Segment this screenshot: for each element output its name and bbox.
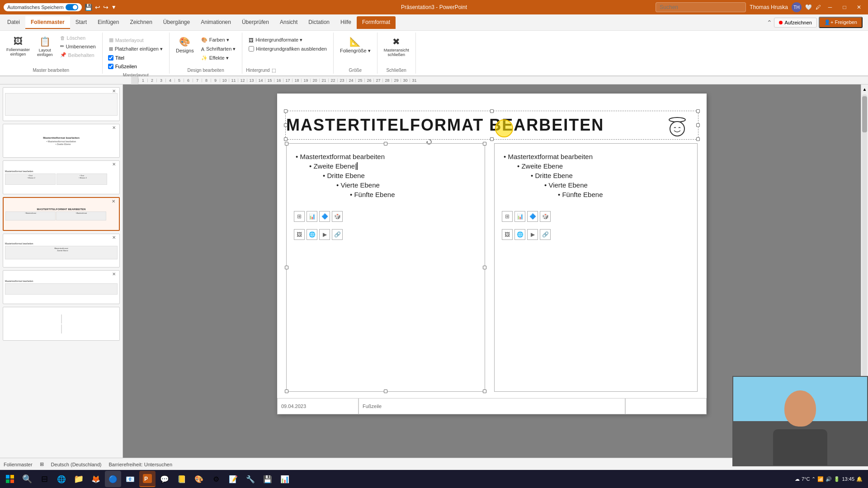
maximize-btn[interactable]: □ <box>839 2 850 13</box>
system-tray[interactable]: ⌃ <box>811 476 816 482</box>
heart-icon[interactable]: 🤍 <box>805 4 812 10</box>
slide-close-3[interactable]: ✕ <box>112 162 118 168</box>
more-tools-icon[interactable]: ▼ <box>111 4 117 10</box>
tab-start[interactable]: Start <box>70 16 92 29</box>
tab-folienmaster[interactable]: Folienmaster <box>25 16 70 29</box>
left-handle-br[interactable] <box>483 389 486 393</box>
hintergrund-expand-icon[interactable]: ⬚ <box>272 68 276 73</box>
tab-ansicht[interactable]: Ansicht <box>274 16 303 29</box>
right-link-icon[interactable]: 🔗 <box>540 229 551 240</box>
autosave-toggle[interactable]: Automatisches Speichern <box>4 3 82 11</box>
right-image-icon[interactable]: 🖼 <box>502 229 513 240</box>
online-image-icon[interactable]: 🌐 <box>307 229 317 240</box>
powerpoint-taskbar-icon[interactable]: P <box>139 471 156 487</box>
link-icon[interactable]: 🔗 <box>332 229 343 240</box>
onenote-icon[interactable]: 📒 <box>174 471 190 487</box>
scroll-up-btn[interactable]: ▲ <box>861 84 868 94</box>
handle-mr[interactable] <box>696 123 700 127</box>
left-handle-tr[interactable] <box>483 142 486 145</box>
notifications-icon[interactable]: 🔔 <box>856 476 863 482</box>
slide-close-4[interactable]: ✕ <box>112 199 118 205</box>
foliengroesse-button[interactable]: 📐 Foliengröße ▾ <box>337 34 373 56</box>
table-icon[interactable]: ⊞ <box>294 211 305 222</box>
chrome-icon[interactable]: 🔵 <box>105 471 121 487</box>
slide-thumb-6[interactable]: ✕ Mastertextformat bearbeiten <box>3 270 120 304</box>
left-handle-mr[interactable] <box>483 266 486 269</box>
loeschen-button[interactable]: 🗑 Löschen <box>57 34 99 42</box>
tab-formformat[interactable]: Formformat <box>357 16 396 29</box>
3d-icon[interactable]: 🎲 <box>332 211 343 222</box>
content-right[interactable]: Mastertextformat bearbeiten Zweite Ebene… <box>494 143 698 392</box>
tab-hilfe[interactable]: Hilfe <box>335 16 357 29</box>
left-handle-tl[interactable] <box>285 142 288 145</box>
right-video-icon[interactable]: ▶ <box>527 229 538 240</box>
edge-icon[interactable]: 🌐 <box>53 471 70 487</box>
right-3d-icon[interactable]: 🎲 <box>540 211 551 222</box>
teams-icon[interactable]: 💬 <box>156 471 173 487</box>
save-icon[interactable]: 💾 <box>85 4 92 11</box>
layout-einfuegen-button[interactable]: 📋 Layouteinfügen <box>34 34 56 59</box>
redo-icon[interactable]: ↪ <box>103 4 108 11</box>
tab-dictation[interactable]: Dictation <box>303 16 335 29</box>
handle-tr[interactable] <box>696 109 700 113</box>
hintergrundgrafiken-button[interactable]: Hintergrundgrafiken ausblenden <box>246 45 330 52</box>
excel-icon[interactable]: 📊 <box>277 471 293 487</box>
firefox-icon[interactable]: 🦊 <box>88 471 104 487</box>
tab-uebergaenge[interactable]: Übergänge <box>158 16 195 29</box>
search-input[interactable] <box>656 2 746 12</box>
slide-close-6[interactable]: ✕ <box>112 272 118 278</box>
tab-datei[interactable]: Datei <box>2 16 25 29</box>
tab-animationen[interactable]: Animationen <box>195 16 236 29</box>
left-handle-ml[interactable] <box>285 266 288 269</box>
hintergrundgrafiken-checkbox[interactable] <box>249 46 254 52</box>
scroll-thumb[interactable] <box>862 96 867 132</box>
outlook-icon[interactable]: 📧 <box>122 471 138 487</box>
right-smartart-icon[interactable]: 🔷 <box>527 211 538 222</box>
collapse-ribbon-icon[interactable]: ⌃ <box>767 19 772 26</box>
titel-checkbox-label[interactable]: Titel <box>106 54 165 61</box>
app11-icon[interactable]: 💾 <box>259 471 276 487</box>
folienmaster-einfuegen-button[interactable]: 🖼 Folienmastereinfügen <box>4 34 33 58</box>
video-icon[interactable]: ▶ <box>319 229 330 240</box>
farben-button[interactable]: 🎨 Farben ▾ <box>198 36 239 44</box>
fusszeilen-checkbox[interactable] <box>108 64 113 69</box>
slide-thumb-2[interactable]: ✕ Mastertitelformat bearbeiten • Mastert… <box>3 124 120 158</box>
pen-icon[interactable]: 🖊 <box>816 4 821 10</box>
close-btn[interactable]: ✕ <box>854 2 864 13</box>
left-handle-bl[interactable] <box>285 389 288 393</box>
slide-close-5[interactable]: ✕ <box>112 235 118 241</box>
content-left[interactable]: Mastertextformat bearbeiten Zweite Ebene… <box>286 143 485 392</box>
slide-thumb-5[interactable]: ✕ Mastertextformat bearbeiten Mastertext… <box>3 234 120 267</box>
app8-icon[interactable]: ⚙ <box>208 471 224 487</box>
paint-icon[interactable]: 🎨 <box>191 471 207 487</box>
handle-br[interactable] <box>696 137 700 141</box>
effekte-button[interactable]: ✨ Effekte ▾ <box>198 54 239 62</box>
tab-zeichnen[interactable]: Zeichnen <box>124 16 157 29</box>
record-button[interactable]: Aufzeichnen <box>774 18 817 28</box>
title-selection-box[interactable] <box>285 111 698 140</box>
network-icon[interactable]: 📶 <box>817 476 824 482</box>
app10-icon[interactable]: 🔧 <box>242 471 259 487</box>
image-icon[interactable]: 🖼 <box>294 229 305 240</box>
app9-icon[interactable]: 📝 <box>225 471 241 487</box>
share-button[interactable]: 👤+ Freigeben <box>819 17 863 28</box>
left-handle-tm[interactable] <box>384 142 387 145</box>
right-chart-icon[interactable]: 📊 <box>514 211 525 222</box>
umbenennen-button[interactable]: ✏ Umbenennen <box>57 42 99 50</box>
slide-close-2[interactable]: ✕ <box>112 125 118 131</box>
platzhalter-einfuegen-button[interactable]: ⊞ Platzhalter einfügen ▾ <box>106 45 165 53</box>
tab-ueberpruefen[interactable]: Überprüfen <box>236 16 274 29</box>
masteransicht-schliessen-button[interactable]: ✖ Masteransichtschließen <box>381 34 412 59</box>
beibehalten-button[interactable]: 📌 Beibehalten <box>57 51 99 59</box>
smartart-icon[interactable]: 🔷 <box>319 211 330 222</box>
handle-ml[interactable] <box>284 123 288 127</box>
right-table-icon[interactable]: ⊞ <box>502 211 513 222</box>
minimize-btn[interactable]: ─ <box>825 2 835 13</box>
hintergrundformate-button[interactable]: 🖼 Hintergrundformate ▾ <box>246 36 330 44</box>
explorer-icon[interactable]: 📁 <box>71 471 87 487</box>
slide-thumb-7[interactable] <box>3 307 120 341</box>
slide-close-1[interactable]: ✕ <box>112 89 118 95</box>
search-taskbar[interactable]: 🔍 <box>19 471 35 487</box>
slide-thumb-3[interactable]: ✕ Mastertextformat bearbeiten • Text• Eb… <box>3 160 120 194</box>
titel-checkbox[interactable] <box>108 55 113 61</box>
